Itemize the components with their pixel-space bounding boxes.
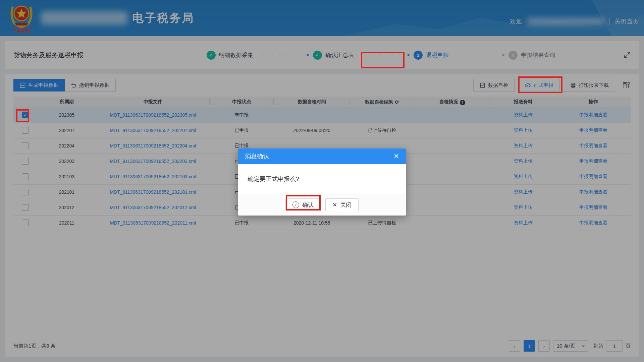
dialog-header: 消息确认 ✕ — [238, 148, 406, 164]
dialog-footer: ✓ 确认 ✕ 关闭 — [238, 194, 406, 216]
check-circle-icon: ✓ — [292, 201, 299, 208]
confirm-dialog: 消息确认 ✕ 确定要正式申报么? ✓ 确认 ✕ 关闭 — [238, 148, 406, 216]
confirm-button[interactable]: ✓ 确认 — [285, 198, 321, 211]
dialog-message: 确定要正式申报么? — [238, 164, 406, 194]
close-icon[interactable]: ✕ — [393, 153, 399, 160]
x-icon: ✕ — [332, 201, 337, 208]
dialog-title: 消息确认 — [245, 152, 269, 160]
dialog-close-button[interactable]: ✕ 关闭 — [325, 198, 359, 211]
